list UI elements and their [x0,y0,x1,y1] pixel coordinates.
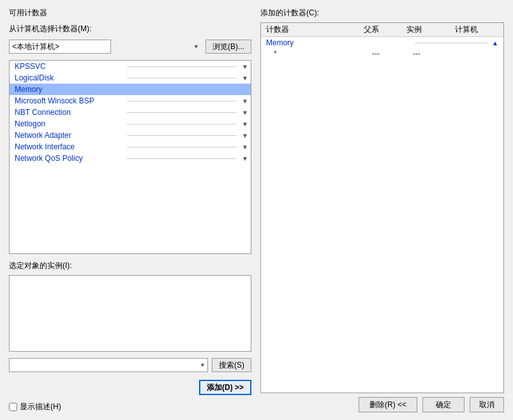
chevron-down-icon: ▼ [242,109,248,116]
added-counters-label: 添加的计数器(C): [260,8,504,19]
show-desc-label[interactable]: 显示描述(H) [20,401,61,412]
sub-counter-computer [437,49,498,58]
add-row: 添加(D) >> [9,380,251,395]
counter-item-kpssvc-text: KPSSVC [15,62,124,71]
counter-list[interactable]: KPSSVC ▼ LogicalDisk ▼ Memory Micros [9,60,251,254]
sub-counter-parent: --- [355,49,396,58]
counter-item-network-adapter-text: Network Adapter [15,131,124,140]
chevron-down-icon: ▼ [242,63,248,70]
counter-item-kpssvc[interactable]: KPSSVC ▼ [10,61,251,72]
added-counter-memory-sub[interactable]: * --- --- [261,49,503,59]
sub-counter-instance: --- [396,49,437,58]
instance-list[interactable] [9,275,251,352]
added-counters-list[interactable]: 计数器 父系 实例 计算机 Memory ▲ * --- --- [260,22,504,393]
bottom-right-controls: 删除(R) << 确定 取消 [260,397,504,412]
added-counter-header: 计数器 父系 实例 计算机 [261,23,503,37]
counter-item-network-adapter[interactable]: Network Adapter ▼ [10,130,251,141]
counter-item-network-qos[interactable]: Network QoS Policy ▼ [10,153,251,164]
chevron-down-icon: ▼ [242,121,248,128]
collapse-icon: ▲ [492,40,498,47]
add-button[interactable]: 添加(D) >> [199,380,251,395]
bottom-controls: 搜索(S) [9,358,251,372]
added-counter-memory-name: Memory [266,38,412,47]
counter-item-memory-text: Memory [15,85,131,94]
counter-item-network-interface[interactable]: Network Interface ▼ [10,141,251,153]
counter-item-network-qos-text: Network QoS Policy [15,154,124,163]
delete-button[interactable]: 删除(R) << [359,397,417,412]
sub-counter-name: * [274,49,355,58]
counter-item-winsock-text: Microsoft Winsock BSP [15,96,124,105]
browse-button[interactable]: 浏览(B)... [205,40,251,54]
chevron-down-icon: ▼ [242,132,248,139]
chevron-down-icon: ▼ [242,98,248,105]
chevron-down-icon: ▼ [242,144,248,151]
search-input-wrapper[interactable] [9,358,208,372]
dialog-body: 可用计数器 从计算机选择计数器(M): 浏览(B)... KPSSVC ▼ Lo… [9,8,504,412]
computer-select-row: 浏览(B)... [9,40,251,54]
chevron-down-icon: ▼ [242,75,248,82]
show-desc-row: 显示描述(H) [9,401,251,412]
ok-button[interactable]: 确定 [422,397,465,412]
computer-select-label: 从计算机选择计数器(M): [9,24,251,34]
cancel-button[interactable]: 取消 [470,397,504,412]
counter-item-nbt-text: NBT Connection [15,108,124,117]
counter-item-nbt[interactable]: NBT Connection ▼ [10,107,251,118]
counter-item-logicaldisk-text: LogicalDisk [15,73,124,82]
show-desc-checkbox[interactable] [9,403,17,411]
col-header-counter: 计数器 [266,24,350,35]
search-button[interactable]: 搜索(S) [212,358,251,372]
available-counters-label: 可用计数器 [9,8,251,19]
search-input[interactable] [9,358,208,372]
computer-select-input[interactable] [9,40,111,54]
counter-item-logicaldisk[interactable]: LogicalDisk ▼ [10,72,251,84]
counter-item-network-interface-text: Network Interface [15,142,124,151]
chevron-down-icon: ▼ [242,155,248,162]
instance-label: 选定对象的实例(I): [9,260,251,271]
col-header-parent: 父系 [350,24,392,35]
col-header-computer: 计算机 [435,24,498,35]
counter-item-netlogon[interactable]: Netlogon ▼ [10,118,251,130]
dialog-container: 可用计数器 从计算机选择计数器(M): 浏览(B)... KPSSVC ▼ Lo… [0,0,513,420]
counter-item-netlogon-text: Netlogon [15,119,124,128]
col-header-instance: 实例 [393,24,435,35]
counter-item-winsock[interactable]: Microsoft Winsock BSP ▼ [10,95,251,107]
added-counter-memory[interactable]: Memory ▲ [261,37,503,49]
left-panel: 可用计数器 从计算机选择计数器(M): 浏览(B)... KPSSVC ▼ Lo… [9,8,251,412]
counter-item-memory[interactable]: Memory [10,84,251,95]
computer-select-wrapper[interactable] [9,40,202,54]
right-panel: 添加的计数器(C): 计数器 父系 实例 计算机 Memory ▲ * - [260,8,504,412]
